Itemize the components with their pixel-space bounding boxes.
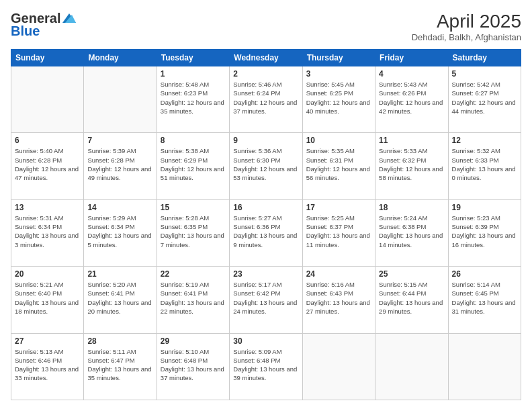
day-info: Sunrise: 5:24 AM Sunset: 6:38 PM Dayligh… xyxy=(379,214,444,249)
table-row: 21Sunrise: 5:20 AM Sunset: 6:41 PM Dayli… xyxy=(84,267,157,333)
table-row: 3Sunrise: 5:45 AM Sunset: 6:25 PM Daylig… xyxy=(302,66,375,133)
table-row: 11Sunrise: 5:33 AM Sunset: 6:32 PM Dayli… xyxy=(375,133,448,199)
day-number: 19 xyxy=(452,203,517,212)
day-info: Sunrise: 5:36 AM Sunset: 6:30 PM Dayligh… xyxy=(233,146,298,182)
day-info: Sunrise: 5:23 AM Sunset: 6:39 PM Dayligh… xyxy=(452,214,517,249)
table-row: 25Sunrise: 5:15 AM Sunset: 6:44 PM Dayli… xyxy=(375,267,448,333)
day-info: Sunrise: 5:38 AM Sunset: 6:29 PM Dayligh… xyxy=(161,146,226,182)
calendar-week-row: 1Sunrise: 5:48 AM Sunset: 6:23 PM Daylig… xyxy=(11,66,521,133)
table-row: 4Sunrise: 5:43 AM Sunset: 6:26 PM Daylig… xyxy=(375,66,448,133)
table-row: 22Sunrise: 5:19 AM Sunset: 6:41 PM Dayli… xyxy=(157,267,229,333)
table-row xyxy=(448,333,521,400)
table-row xyxy=(84,66,157,133)
day-info: Sunrise: 5:48 AM Sunset: 6:23 PM Dayligh… xyxy=(161,80,226,116)
day-number: 23 xyxy=(233,269,298,279)
title-block: April 2025 Dehdadi, Balkh, Afghanistan xyxy=(412,11,521,42)
calendar: Sunday Monday Tuesday Wednesday Thursday… xyxy=(11,49,521,400)
day-number: 9 xyxy=(233,136,298,145)
day-number: 2 xyxy=(233,69,298,79)
day-info: Sunrise: 5:39 AM Sunset: 6:28 PM Dayligh… xyxy=(87,146,152,182)
day-number: 25 xyxy=(379,269,444,279)
table-row xyxy=(302,333,375,400)
day-info: Sunrise: 5:10 AM Sunset: 6:48 PM Dayligh… xyxy=(161,347,226,383)
col-sunday: Sunday xyxy=(11,50,84,66)
day-info: Sunrise: 5:09 AM Sunset: 6:48 PM Dayligh… xyxy=(233,347,298,383)
day-number: 5 xyxy=(452,69,517,79)
logo-blue: Blue xyxy=(11,24,40,39)
table-row: 28Sunrise: 5:11 AM Sunset: 6:47 PM Dayli… xyxy=(84,333,157,400)
table-row: 12Sunrise: 5:32 AM Sunset: 6:33 PM Dayli… xyxy=(448,133,521,199)
table-row: 27Sunrise: 5:13 AM Sunset: 6:46 PM Dayli… xyxy=(11,333,84,400)
table-row: 9Sunrise: 5:36 AM Sunset: 6:30 PM Daylig… xyxy=(230,133,302,199)
calendar-week-row: 27Sunrise: 5:13 AM Sunset: 6:46 PM Dayli… xyxy=(11,333,521,400)
day-number: 21 xyxy=(87,269,152,279)
day-info: Sunrise: 5:35 AM Sunset: 6:31 PM Dayligh… xyxy=(306,146,371,182)
day-number: 24 xyxy=(306,269,371,279)
table-row: 2Sunrise: 5:46 AM Sunset: 6:24 PM Daylig… xyxy=(230,66,302,133)
table-row: 20Sunrise: 5:21 AM Sunset: 6:40 PM Dayli… xyxy=(11,267,84,333)
table-row xyxy=(375,333,448,400)
day-number: 17 xyxy=(306,203,371,212)
table-row: 15Sunrise: 5:28 AM Sunset: 6:35 PM Dayli… xyxy=(157,199,229,266)
table-row: 23Sunrise: 5:17 AM Sunset: 6:42 PM Dayli… xyxy=(230,267,302,333)
day-number: 28 xyxy=(87,336,152,346)
col-saturday: Saturday xyxy=(448,50,521,66)
table-row: 29Sunrise: 5:10 AM Sunset: 6:48 PM Dayli… xyxy=(157,333,229,400)
day-number: 3 xyxy=(306,69,371,79)
day-number: 10 xyxy=(306,136,371,145)
table-row: 1Sunrise: 5:48 AM Sunset: 6:23 PM Daylig… xyxy=(157,66,229,133)
table-row: 5Sunrise: 5:42 AM Sunset: 6:27 PM Daylig… xyxy=(448,66,521,133)
table-row: 17Sunrise: 5:25 AM Sunset: 6:37 PM Dayli… xyxy=(302,199,375,266)
table-row: 10Sunrise: 5:35 AM Sunset: 6:31 PM Dayli… xyxy=(302,133,375,199)
day-number: 15 xyxy=(161,203,226,212)
day-info: Sunrise: 5:29 AM Sunset: 6:34 PM Dayligh… xyxy=(87,214,152,249)
day-info: Sunrise: 5:42 AM Sunset: 6:27 PM Dayligh… xyxy=(452,80,517,116)
day-number: 18 xyxy=(379,203,444,212)
calendar-week-row: 13Sunrise: 5:31 AM Sunset: 6:34 PM Dayli… xyxy=(11,199,521,266)
col-wednesday: Wednesday xyxy=(230,50,302,66)
logo: General Blue xyxy=(11,11,76,39)
day-info: Sunrise: 5:31 AM Sunset: 6:34 PM Dayligh… xyxy=(15,214,80,249)
day-number: 11 xyxy=(379,136,444,145)
day-number: 13 xyxy=(15,203,80,212)
table-row xyxy=(11,66,84,133)
table-row: 26Sunrise: 5:14 AM Sunset: 6:45 PM Dayli… xyxy=(448,267,521,333)
calendar-week-row: 20Sunrise: 5:21 AM Sunset: 6:40 PM Dayli… xyxy=(11,267,521,333)
table-row: 30Sunrise: 5:09 AM Sunset: 6:48 PM Dayli… xyxy=(230,333,302,400)
day-info: Sunrise: 5:17 AM Sunset: 6:42 PM Dayligh… xyxy=(233,280,298,316)
day-number: 16 xyxy=(233,203,298,212)
table-row: 7Sunrise: 5:39 AM Sunset: 6:28 PM Daylig… xyxy=(84,133,157,199)
day-info: Sunrise: 5:13 AM Sunset: 6:46 PM Dayligh… xyxy=(15,347,80,383)
day-info: Sunrise: 5:21 AM Sunset: 6:40 PM Dayligh… xyxy=(15,280,80,316)
day-info: Sunrise: 5:19 AM Sunset: 6:41 PM Dayligh… xyxy=(161,280,226,316)
table-row: 16Sunrise: 5:27 AM Sunset: 6:36 PM Dayli… xyxy=(230,199,302,266)
day-number: 29 xyxy=(161,336,226,346)
day-number: 1 xyxy=(161,69,226,79)
col-tuesday: Tuesday xyxy=(157,50,229,66)
day-number: 22 xyxy=(161,269,226,279)
month-title: April 2025 xyxy=(412,11,521,32)
table-row: 18Sunrise: 5:24 AM Sunset: 6:38 PM Dayli… xyxy=(375,199,448,266)
calendar-week-row: 6Sunrise: 5:40 AM Sunset: 6:28 PM Daylig… xyxy=(11,133,521,199)
day-number: 4 xyxy=(379,69,444,79)
table-row: 6Sunrise: 5:40 AM Sunset: 6:28 PM Daylig… xyxy=(11,133,84,199)
col-friday: Friday xyxy=(375,50,448,66)
day-info: Sunrise: 5:11 AM Sunset: 6:47 PM Dayligh… xyxy=(87,347,152,383)
table-row: 8Sunrise: 5:38 AM Sunset: 6:29 PM Daylig… xyxy=(157,133,229,199)
day-number: 26 xyxy=(452,269,517,279)
col-thursday: Thursday xyxy=(302,50,375,66)
calendar-header-row: Sunday Monday Tuesday Wednesday Thursday… xyxy=(11,50,521,66)
day-info: Sunrise: 5:25 AM Sunset: 6:37 PM Dayligh… xyxy=(306,214,371,249)
day-number: 7 xyxy=(87,136,152,145)
day-info: Sunrise: 5:46 AM Sunset: 6:24 PM Dayligh… xyxy=(233,80,298,116)
table-row: 13Sunrise: 5:31 AM Sunset: 6:34 PM Dayli… xyxy=(11,199,84,266)
day-number: 30 xyxy=(233,336,298,346)
day-info: Sunrise: 5:20 AM Sunset: 6:41 PM Dayligh… xyxy=(87,280,152,316)
day-info: Sunrise: 5:45 AM Sunset: 6:25 PM Dayligh… xyxy=(306,80,371,116)
page: General Blue April 2025 Dehdadi, Balkh, … xyxy=(0,0,532,411)
day-info: Sunrise: 5:14 AM Sunset: 6:45 PM Dayligh… xyxy=(452,280,517,316)
day-info: Sunrise: 5:27 AM Sunset: 6:36 PM Dayligh… xyxy=(233,214,298,249)
table-row: 19Sunrise: 5:23 AM Sunset: 6:39 PM Dayli… xyxy=(448,199,521,266)
table-row: 14Sunrise: 5:29 AM Sunset: 6:34 PM Dayli… xyxy=(84,199,157,266)
day-number: 12 xyxy=(452,136,517,145)
